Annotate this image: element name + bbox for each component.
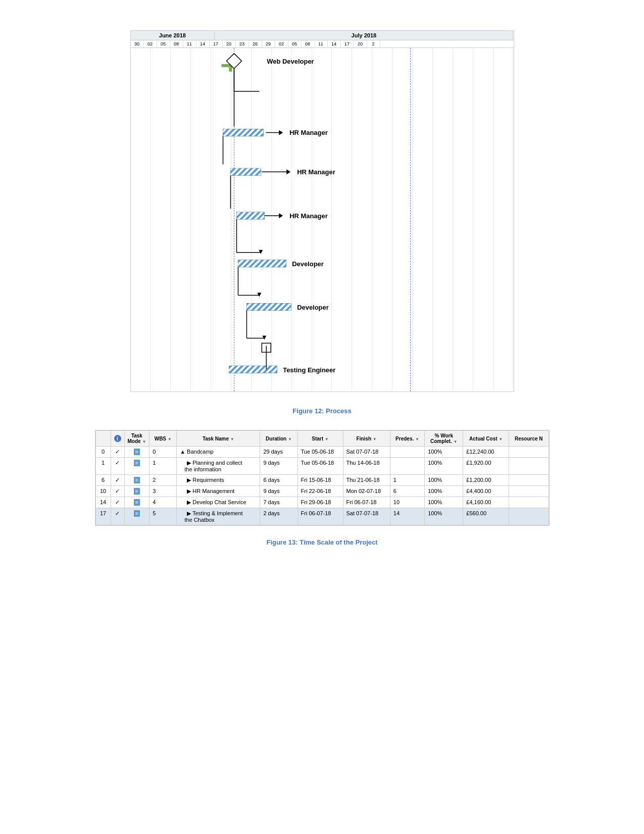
row-start-14: Fri 29-06-18: [298, 497, 343, 508]
th-finish: Finish ▼: [343, 431, 390, 447]
checkmark-icon: ✓: [115, 460, 120, 466]
date-11a: 11: [183, 40, 196, 47]
row-wbs-1: 1: [150, 458, 177, 475]
table-row: 6 ✓ ≡ 2 ▶ Requirments 6 days Fri 15-06-1…: [95, 475, 549, 486]
row-start-17: Fri 06-07-18: [298, 508, 343, 525]
row-wbs-17: 5: [150, 508, 177, 525]
date-08a: 08: [170, 40, 183, 47]
row-res-10: [509, 486, 549, 497]
gantt-grid: [131, 48, 514, 391]
row-wbs-6: 2: [150, 475, 177, 486]
row-dur-1: 9 days: [260, 458, 298, 475]
vline-2: [410, 48, 411, 391]
th-pred: Predes. ▼: [390, 431, 424, 447]
table-header-row: i TaskMode ▼ WBS ▼ Task Name ▼ Duration …: [95, 431, 549, 447]
date-30: 30: [131, 40, 144, 47]
row-dur-0: 29 days: [260, 447, 298, 458]
row-pct-6: 100%: [425, 475, 463, 486]
row-mode-1: ≡: [124, 458, 150, 475]
row-cost-1: £1,920.00: [463, 458, 509, 475]
row-finish-14: Fri 06-07-18: [343, 497, 390, 508]
th-rownum: [95, 431, 111, 447]
wbs-dropdown-icon[interactable]: ▼: [168, 437, 172, 441]
row-check-1: ✓: [111, 458, 124, 475]
row-pred-6: 1: [390, 475, 424, 486]
task-name-indent: ▶ Testing & Implement the Chatbox: [180, 510, 243, 523]
row-mode-14: ≡: [124, 497, 150, 508]
row-id-6: 6: [95, 475, 111, 486]
month-june: June 2018: [131, 31, 215, 40]
checkmark-icon: ✓: [115, 499, 120, 505]
th-taskname: Task Name ▼: [177, 431, 260, 447]
date-20a: 20: [223, 40, 236, 47]
gantt-chart: June 2018 July 2018 30 02 05 08 11 14 17…: [130, 30, 514, 392]
figure-12-caption: Figure 12: Process: [292, 407, 351, 415]
row-mode-10: ≡: [124, 486, 150, 497]
row-mode-17: ≡: [124, 508, 150, 525]
th-taskmode: TaskMode ▼: [124, 431, 150, 447]
task-mode-icon: ≡: [134, 477, 140, 483]
th-pct: % WorkComplet. ▼: [425, 431, 463, 447]
row-finish-1: Thu 14-06-18: [343, 458, 390, 475]
row-pct-14: 100%: [425, 497, 463, 508]
duration-dropdown-icon[interactable]: ▼: [288, 437, 292, 441]
table-row: 0 ✓ ≡ 0 ▲ Bandcamp 29 days Tue 05-06-18 …: [95, 447, 549, 458]
task-mode-icon: ≡: [134, 460, 140, 466]
row-id-10: 10: [95, 486, 111, 497]
row-check-6: ✓: [111, 475, 124, 486]
row-cost-17: £560.00: [463, 508, 509, 525]
date-05a: 05: [157, 40, 170, 47]
row-wbs-10: 3: [150, 486, 177, 497]
date-14b: 14: [328, 40, 341, 47]
date-14a: 14: [196, 40, 210, 47]
checkmark-icon: ✓: [115, 488, 120, 494]
row-check-10: ✓: [111, 486, 124, 497]
cost-dropdown-icon[interactable]: ▼: [499, 437, 503, 441]
row-pct-17: 100%: [425, 508, 463, 525]
taskmode-dropdown-icon[interactable]: ▼: [142, 439, 146, 444]
checkmark-icon: ✓: [115, 449, 120, 455]
gantt-body: Web Developer HR Manager HR Manager: [131, 48, 514, 391]
row-pred-17: 14: [390, 508, 424, 525]
date-end: 2: [367, 40, 380, 47]
date-08b: 08: [302, 40, 315, 47]
row-res-14: [509, 497, 549, 508]
date-17a: 17: [210, 40, 223, 47]
checkmark-icon: ✓: [115, 510, 120, 516]
taskname-dropdown-icon[interactable]: ▼: [230, 437, 234, 441]
row-id-0: 0: [95, 447, 111, 458]
th-resource: Resource N: [509, 431, 549, 447]
row-check-14: ✓: [111, 497, 124, 508]
date-20b: 20: [354, 40, 367, 47]
row-finish-10: Mon 02-07-18: [343, 486, 390, 497]
row-dur-14: 7 days: [260, 497, 298, 508]
row-finish-17: Sat 07-07-18: [343, 508, 390, 525]
pred-dropdown-icon[interactable]: ▼: [415, 437, 419, 441]
row-cost-14: £4,160.00: [463, 497, 509, 508]
task-name-indent: ▶ Requirments: [180, 477, 224, 483]
th-wbs: WBS ▼: [150, 431, 177, 447]
row-start-6: Fri 15-06-18: [298, 475, 343, 486]
task-mode-icon: ≡: [134, 499, 140, 506]
row-check-0: ✓: [111, 447, 124, 458]
finish-dropdown-icon[interactable]: ▼: [373, 437, 377, 441]
table-row: 14 ✓ ≡ 4 ▶ Develop Chat Service 7 days F…: [95, 497, 549, 508]
row-cost-10: £4,400.00: [463, 486, 509, 497]
start-dropdown-icon[interactable]: ▼: [325, 437, 329, 441]
date-02a: 02: [144, 40, 157, 47]
row-wbs-14: 4: [150, 497, 177, 508]
row-name-6: ▶ Requirments: [177, 475, 260, 486]
row-pred-10: 6: [390, 486, 424, 497]
row-name-17: ▶ Testing & Implement the Chatbox: [177, 508, 260, 525]
gantt-date-row: 30 02 05 08 11 14 17 20 23 26 29 02 05 0…: [131, 40, 514, 48]
row-start-0: Tue 05-06-18: [298, 447, 343, 458]
row-pred-0: [390, 447, 424, 458]
row-name-10: ▶ HR Management: [177, 486, 260, 497]
date-26: 26: [249, 40, 262, 47]
row-dur-6: 6 days: [260, 475, 298, 486]
row-id-17: 17: [95, 508, 111, 525]
row-wbs-0: 0: [150, 447, 177, 458]
pct-dropdown-icon[interactable]: ▼: [454, 439, 458, 444]
th-start: Start ▼: [298, 431, 343, 447]
task-name-indent: ▶ HR Management: [180, 488, 234, 494]
